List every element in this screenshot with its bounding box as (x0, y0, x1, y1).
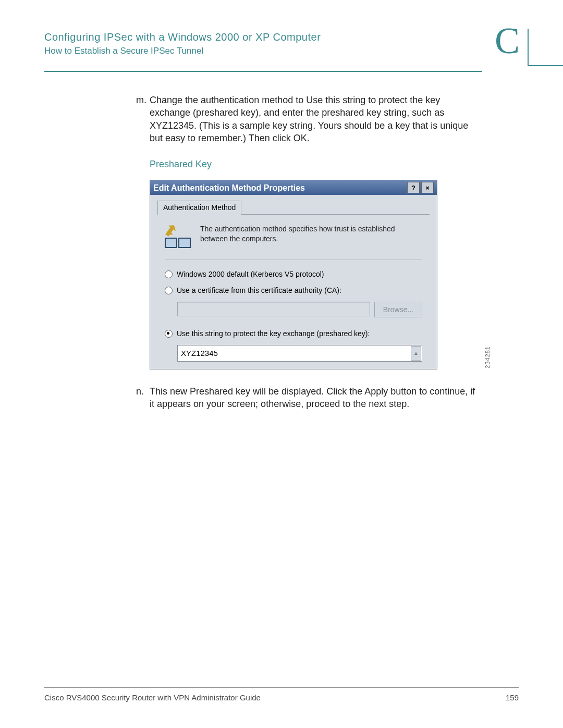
dialog-titlebar: Edit Authentication Method Properties ? … (150, 180, 437, 195)
step-text: This new Preshared key will be displayed… (150, 386, 475, 409)
header-rule (44, 71, 482, 72)
chapter-title: Configuring IPSec with a Windows 2000 or… (44, 30, 519, 44)
section-subtitle: How to Establish a Secure IPSec Tunnel (44, 46, 519, 56)
footer-page-number: 159 (506, 693, 519, 702)
radio-certificate[interactable]: Use a certificate from this certificate … (165, 286, 422, 295)
page-header: Configuring IPSec with a Windows 2000 or… (44, 30, 519, 67)
step-m: m. Change the authentication method to U… (136, 94, 480, 144)
step-n: n. This new Preshared key will be displa… (136, 385, 480, 411)
radio-icon (165, 330, 173, 338)
scroll-up-icon[interactable]: ▲ (411, 346, 421, 361)
dialog-window: Edit Authentication Method Properties ? … (150, 180, 437, 369)
page-footer: Cisco RVS4000 Security Router with VPN A… (44, 687, 519, 702)
radio-icon (165, 287, 173, 294)
auth-method-icon (165, 224, 190, 249)
radio-kerberos[interactable]: Windows 2000 default (Kerberos V5 protoc… (165, 269, 422, 279)
figure-caption: Preshared Key (150, 158, 480, 170)
radio-label: Windows 2000 default (Kerberos V5 protoc… (177, 269, 324, 279)
help-button[interactable]: ? (407, 182, 420, 193)
browse-button: Browse... (374, 302, 422, 317)
appendix-letter-box (528, 29, 563, 66)
radio-preshared-key[interactable]: Use this string to protect the key excha… (165, 329, 422, 339)
step-text: Change the authentication method to Use … (150, 95, 468, 143)
tab-authentication-method[interactable]: Authentication Method (157, 201, 241, 215)
figure-reference-number: 234281 (484, 346, 492, 368)
dialog-title-text: Edit Authentication Method Properties (153, 182, 406, 194)
preshared-key-input[interactable]: XYZ12345 ▲ (177, 345, 422, 362)
radio-label: Use this string to protect the key excha… (177, 329, 370, 339)
dialog-description: The authentication method specifies how … (200, 224, 422, 243)
appendix-letter: C (495, 22, 520, 59)
step-marker: m. (136, 94, 146, 106)
divider (165, 260, 422, 260)
radio-label: Use a certificate from this certificate … (177, 286, 341, 295)
footer-guide-title: Cisco RVS4000 Security Router with VPN A… (44, 693, 261, 702)
close-button[interactable]: × (421, 182, 434, 193)
certificate-authority-input (177, 302, 370, 316)
preshared-key-value: XYZ12345 (181, 348, 218, 359)
radio-icon (165, 270, 173, 278)
step-marker: n. (136, 385, 144, 398)
